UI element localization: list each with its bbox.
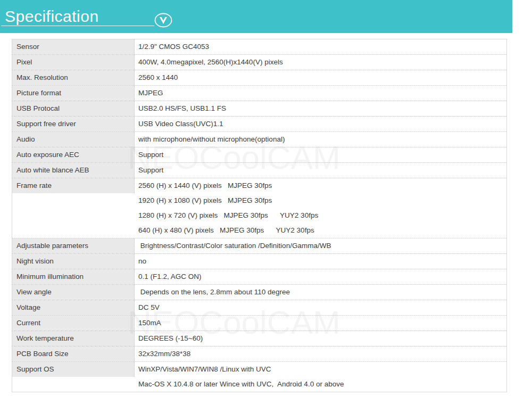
spec-value: 32x32mm/38*38 [135, 346, 506, 361]
spec-value-line: 1280 (H) x 720 (V) pixels MJPEG 30fps YU… [138, 208, 506, 223]
spec-value: 150mA [135, 316, 506, 331]
table-row: Minimum illumination 0.1 (F1.2, AGC ON) [12, 269, 506, 285]
spec-label: Pixel [12, 55, 135, 70]
spec-label: Max. Resolution [12, 70, 135, 85]
spec-value: 2560 x 1440 [135, 70, 506, 85]
spec-value-line: 400W, 4.0megapixel, 2560(H)x1440(V) pixe… [138, 55, 506, 70]
spec-value: 1/2.9" CMOS GC4053 [135, 39, 506, 54]
table-row: Frame rate 2560 (H) x 1440 (V) pixels MJ… [12, 178, 506, 238]
spec-value-line: Support [138, 163, 506, 178]
specification-table: Sensor 1/2.9" CMOS GC4053 Pixel 400W, 4.… [12, 39, 507, 392]
spec-value-line: 32x32mm/38*38 [138, 346, 506, 361]
spec-value: Brightness/Contrast/Color saturation /De… [135, 238, 506, 253]
spec-value: USB2.0 HS/FS, USB1.1 FS [135, 101, 506, 116]
spec-label: Picture format [12, 86, 135, 101]
table-row: Current 150mA [12, 316, 506, 331]
table-row: Picture format MJPEG [12, 86, 506, 101]
table-row: Night vision no [12, 254, 506, 269]
spec-label: USB Protocal [12, 101, 135, 116]
chevron-down-icon[interactable] [153, 12, 174, 31]
spec-label: Support OS [12, 362, 135, 377]
section-header-bar: Specification [0, 0, 512, 33]
table-row: Adjustable parameters Brightness/Contras… [12, 238, 506, 254]
spec-value-line: USB Video Class(UVC)1.1 [138, 117, 506, 131]
title-underline [1, 26, 154, 26]
spec-value-line: Brightness/Contrast/Color saturation /De… [138, 238, 506, 253]
spec-value-line: Depends on the lens, 2.8mm about 110 deg… [138, 285, 506, 300]
spec-value-line: no [138, 254, 506, 269]
table-row: Support OS WinXP/Vista/WIN7/WIN8 /Linux … [12, 362, 506, 392]
spec-value: DEGREES (-15~60) [135, 331, 506, 346]
spec-label: Current [12, 316, 135, 331]
spec-value: WinXP/Vista/WIN7/WIN8 /Linux with UVCMac… [135, 362, 506, 392]
spec-value-line: USB2.0 HS/FS, USB1.1 FS [138, 101, 506, 116]
spec-value-line: 1920 (H) x 1080 (V) pixels MJPEG 30fps [138, 193, 506, 208]
table-row: Work temperature DEGREES (-15~60) [12, 331, 506, 346]
spec-label: Sensor [12, 39, 135, 54]
spec-label: Audio [12, 132, 135, 147]
table-row: Voltage DC 5V [12, 300, 506, 316]
spec-value-line: 150mA [138, 316, 506, 331]
spec-value-line: 1/2.9" CMOS GC4053 [138, 39, 506, 54]
spec-value-line: Mac-OS X 10.4.8 or later Wince with UVC,… [138, 377, 506, 392]
spec-label: PCB Board Size [12, 346, 135, 361]
spec-label: Voltage [12, 300, 135, 315]
spec-value-line: DC 5V [138, 300, 506, 315]
spec-value: MJPEG [135, 86, 506, 101]
spec-value-line: 2560 (H) x 1440 (V) pixels MJPEG 30fps [138, 178, 506, 193]
spec-value: Support [135, 163, 506, 178]
spec-label: Support free driver [12, 117, 135, 131]
table-row: Pixel 400W, 4.0megapixel, 2560(H)x1440(V… [12, 55, 506, 70]
table-row: Auto white blance AEB Support [12, 163, 506, 178]
spec-value: DC 5V [135, 300, 506, 315]
spec-label: Auto exposure AEC [12, 147, 135, 162]
spec-label: View angle [12, 285, 135, 300]
spec-value-line: 0.1 (F1.2, AGC ON) [138, 269, 506, 284]
spec-value-line: with microphone/without microphone(optio… [138, 132, 506, 147]
spec-value-line: DEGREES (-15~60) [138, 331, 506, 346]
spec-value-line: 2560 x 1440 [138, 70, 506, 85]
spec-label: Frame rate [12, 178, 135, 193]
spec-value-line: MJPEG [138, 86, 506, 101]
spec-value: no [135, 254, 506, 269]
spec-label: Work temperature [12, 331, 135, 346]
table-row: Auto exposure AEC Support [12, 147, 506, 163]
table-row: Support free driver USB Video Class(UVC)… [12, 117, 506, 132]
spec-value: 0.1 (F1.2, AGC ON) [135, 269, 506, 284]
spec-value: 400W, 4.0megapixel, 2560(H)x1440(V) pixe… [135, 55, 506, 70]
spec-value: with microphone/without microphone(optio… [135, 132, 506, 147]
table-row: View angle Depends on the lens, 2.8mm ab… [12, 285, 506, 300]
table-row: Max. Resolution 2560 x 1440 [12, 70, 506, 86]
page-title: Specification [5, 7, 99, 26]
table-row: USB Protocal USB2.0 HS/FS, USB1.1 FS [12, 101, 506, 117]
spec-label: Adjustable parameters [12, 238, 135, 253]
spec-value: Support [135, 147, 506, 162]
table-row: Sensor 1/2.9" CMOS GC4053 [12, 39, 506, 55]
spec-value: Depends on the lens, 2.8mm about 110 deg… [135, 285, 506, 300]
spec-value-line: Support [138, 147, 506, 162]
spec-value: USB Video Class(UVC)1.1 [135, 117, 506, 131]
spec-value-line: WinXP/Vista/WIN7/WIN8 /Linux with UVC [138, 362, 506, 377]
table-row: Audio with microphone/without microphone… [12, 132, 506, 147]
spec-value: 2560 (H) x 1440 (V) pixels MJPEG 30fps19… [135, 178, 506, 238]
spec-label: Night vision [12, 254, 135, 269]
spec-label: Minimum illumination [12, 269, 135, 284]
spec-value-line: 640 (H) x 480 (V) pixels MJPEG 30fps YUY… [138, 223, 506, 238]
table-row: PCB Board Size 32x32mm/38*38 [12, 346, 506, 362]
spec-label: Auto white blance AEB [12, 163, 135, 178]
